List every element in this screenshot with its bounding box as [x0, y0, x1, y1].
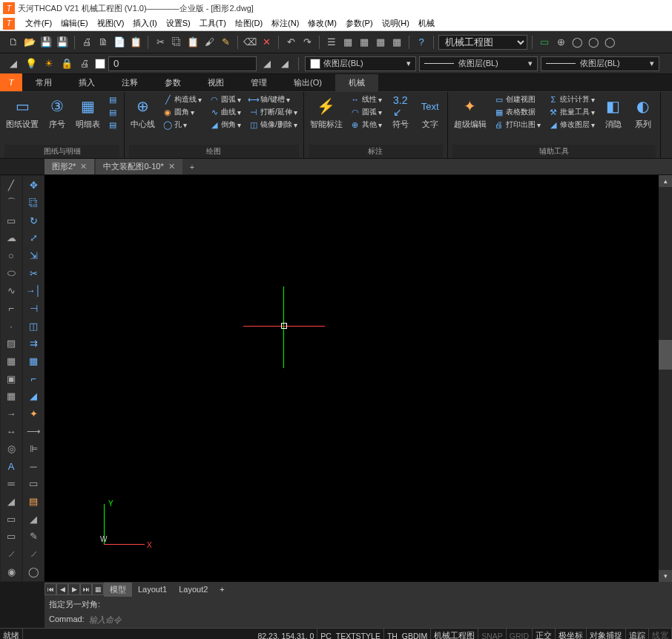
status-osnap[interactable]: 对象捕捉 [587, 629, 626, 639]
scroll-up-icon[interactable]: ▴ [659, 175, 672, 187]
symbol-button[interactable]: 3.2↙符号 [388, 94, 413, 131]
new-tab-button[interactable]: + [184, 160, 200, 174]
layer-prev-icon[interactable]: ◢ [260, 56, 274, 71]
text-button[interactable]: Text文字 [418, 94, 443, 131]
paste-icon[interactable]: 📋 [185, 35, 200, 50]
circle-c-icon[interactable]: ◯ [602, 35, 617, 50]
next-layout-icon[interactable]: ▶ [68, 583, 80, 595]
status-track[interactable]: 追踪 [626, 629, 649, 639]
hatch-icon[interactable]: ▨ [2, 335, 20, 352]
grid1-icon[interactable]: ▦ [340, 35, 355, 50]
ribbon-tab-output[interactable]: 输出(O) [280, 74, 335, 91]
new-icon[interactable]: 🗋 [6, 35, 21, 50]
last-layout-icon[interactable]: ⏭ [80, 583, 92, 595]
layout-grid-icon[interactable]: ▦ [92, 583, 104, 595]
modlayer-button[interactable]: ◢修改图层▾ [547, 119, 596, 131]
hole-button[interactable]: ◯孔▾ [161, 119, 203, 131]
menu-view[interactable]: 视图(V) [93, 18, 129, 29]
workspace-select[interactable]: 机械工程图 [438, 35, 527, 50]
ribbon-logo[interactable]: T [0, 73, 22, 91]
arcdim-button[interactable]: ◠圆弧▾ [349, 106, 383, 118]
lineweight-select[interactable]: 依图层(BL)▾ [541, 56, 659, 71]
grid4-icon[interactable]: ▦ [389, 35, 404, 50]
tool-d-icon[interactable]: ⟋ [2, 546, 20, 563]
circle-icon[interactable]: ○ [2, 248, 20, 264]
status-textstyle[interactable]: PC_TEXTSTYLE [317, 629, 384, 639]
move-icon[interactable]: ✥ [24, 177, 42, 194]
series-button[interactable]: ◐系列 [630, 94, 656, 131]
createview-button[interactable]: ▭创建视图 [493, 94, 542, 105]
layout2-tab[interactable]: Layout2 [173, 583, 214, 595]
list-icon[interactable]: ☰ [324, 35, 339, 50]
model-tab[interactable]: 模型 [104, 583, 132, 597]
mirror-button[interactable]: ◫镜像/删除▾ [247, 119, 299, 131]
ray-icon[interactable]: → [2, 406, 20, 422]
ribbon-tab-mech[interactable]: 机械 [335, 74, 378, 91]
spline-icon[interactable]: ∿ [2, 283, 20, 299]
doc-tab-1[interactable]: 图形2*✕ [45, 159, 94, 174]
polyline-icon[interactable]: ⌐ [2, 301, 20, 317]
donut-icon[interactable]: ◎ [2, 441, 20, 457]
stretch-icon[interactable]: ⇲ [24, 248, 42, 264]
menu-dimension[interactable]: 标注(N) [267, 18, 303, 29]
scroll-down-icon[interactable]: ▾ [659, 570, 672, 582]
xline-icon[interactable]: ↔ [2, 423, 20, 439]
prev-layout-icon[interactable]: ◀ [56, 583, 68, 595]
redo-icon[interactable]: ↷ [300, 35, 314, 50]
cut-icon[interactable]: ✂ [153, 35, 168, 50]
sun-icon[interactable]: ☀ [42, 56, 56, 71]
edit-c-icon[interactable]: ◢ [24, 511, 42, 527]
break-button[interactable]: ⊣打断/延伸▾ [247, 106, 299, 118]
tool-b-icon[interactable]: ▭ [2, 511, 20, 527]
menu-modify[interactable]: 修改(M) [303, 18, 341, 29]
layer-states-icon[interactable]: ◢ [277, 56, 292, 71]
edit-f-icon[interactable]: ◯ [24, 563, 42, 580]
publish-icon[interactable]: 📄 [112, 35, 127, 50]
plot-icon[interactable]: 🖨 [77, 56, 92, 71]
layer-name-input[interactable] [108, 56, 257, 71]
table-icon[interactable]: ▦ [2, 388, 20, 404]
fillet-icon[interactable]: ⌐ [24, 370, 42, 387]
status-snap[interactable]: SNAP [478, 629, 507, 639]
circle-b-icon[interactable]: ◯ [586, 35, 601, 50]
ellipse-icon[interactable]: ⬭ [2, 265, 20, 281]
grid2-icon[interactable]: ▦ [357, 35, 372, 50]
ribbon-tab-annotate[interactable]: 注释 [108, 74, 151, 91]
batchtool-button[interactable]: ⚒批量工具▾ [547, 106, 596, 118]
doc-tab-2[interactable]: 中文装配图0-10*✕ [96, 159, 182, 174]
status-workspace[interactable]: 机械工程图 [431, 629, 478, 639]
command-line[interactable]: Commad: 输入命令 [45, 612, 672, 628]
menu-draw[interactable]: 绘图(D) [231, 18, 267, 29]
export-icon[interactable]: 📋 [128, 35, 143, 50]
explode-icon[interactable]: ✦ [24, 406, 42, 422]
linear-button[interactable]: ↔线性▾ [349, 94, 383, 105]
menu-file[interactable]: 文件(F) [21, 18, 56, 29]
target-icon[interactable]: ⊕ [553, 35, 568, 50]
align-icon[interactable]: ⊫ [24, 441, 42, 457]
tabledata-button[interactable]: ▦表格数据 [493, 106, 542, 118]
bom-opt2[interactable]: ▤ [106, 106, 119, 118]
bom-opt3[interactable]: ▤ [106, 119, 119, 131]
ribbon-tab-view[interactable]: 视图 [194, 74, 237, 91]
copy-icon[interactable]: ⿻ [169, 35, 184, 50]
menu-mech[interactable]: 机械 [414, 18, 439, 29]
layer-manager-icon[interactable]: ◢ [6, 56, 21, 71]
status-coords[interactable]: 82.23, 154.31, 0 [254, 629, 317, 639]
array-icon[interactable]: ▦ [24, 353, 42, 370]
status-polar[interactable]: 极坐标 [556, 629, 587, 639]
revcloud-icon[interactable]: ☁ [2, 230, 20, 246]
status-dimstyle[interactable]: TH_GBDIM [384, 629, 431, 639]
ribbon-tab-param[interactable]: 参数 [151, 74, 194, 91]
status-lineweight[interactable]: 线宽 [649, 629, 672, 639]
circle-a-icon[interactable]: ◯ [570, 35, 584, 50]
vertical-scrollbar[interactable]: ▴ ▾ [659, 175, 672, 582]
tool-e-icon[interactable]: ◉ [2, 563, 20, 580]
chamfer-button[interactable]: ◢倒角▾ [208, 119, 243, 131]
tool-a-icon[interactable]: ◢ [2, 494, 20, 510]
brush-icon[interactable]: ✎ [218, 35, 233, 50]
drawing-setup-button[interactable]: ▭图纸设置 [4, 94, 40, 131]
point-icon[interactable]: · [2, 318, 20, 334]
edit-a-icon[interactable]: ▭ [24, 476, 42, 492]
centerline-button[interactable]: ⊕中心线 [129, 94, 157, 131]
erase-icon[interactable]: ⌫ [243, 35, 257, 50]
